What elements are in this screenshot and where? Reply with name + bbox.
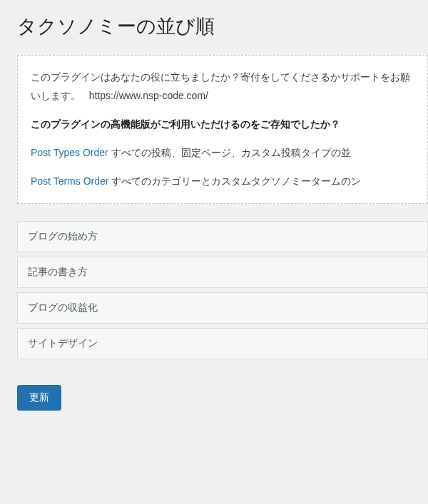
notice-ptermo-line: Post Terms Order すべてのカテゴリーとカスタムタクソノミーターム… [31, 173, 414, 191]
notice-pro-heading: このプラグインの高機能版がご利用いただけるのをご存知でしたか？ [31, 115, 414, 134]
notice-donate-text: このプラグインはあなたの役に立ちましたか？寄付をしてくださるかサポートをお願いし… [31, 68, 414, 106]
list-item[interactable]: サイトデザイン [17, 328, 428, 359]
list-item[interactable]: ブログの始め方 [17, 221, 428, 252]
pto-desc: すべての投稿、固定ページ、カスタム投稿タイプの並 [108, 147, 351, 158]
ptermo-desc: すべてのカテゴリーとカスタムタクソノミータームのン [108, 175, 361, 187]
notice-pto-line: Post Types Order すべての投稿、固定ページ、カスタム投稿タイプの… [31, 144, 414, 163]
notice-line1: このプラグインはあなたの役に立ちましたか？寄付をしてくださるかサポートをお願いし… [31, 71, 410, 101]
plugin-notice-box: このプラグインはあなたの役に立ちましたか？寄付をしてくださるかサポートをお願いし… [17, 55, 428, 204]
post-terms-order-link[interactable]: Post Terms Order [31, 175, 108, 187]
page-title: タクソノミーの並び順 [17, 7, 428, 42]
list-item[interactable]: ブログの収益化 [17, 292, 428, 324]
support-url-text: https://www.nsp-code.com/ [89, 90, 208, 101]
update-button[interactable]: 更新 [17, 385, 61, 411]
list-item[interactable]: 記事の書き方 [17, 257, 428, 288]
post-types-order-link[interactable]: Post Types Order [31, 147, 108, 158]
taxonomy-sortable-list[interactable]: ブログの始め方 記事の書き方 ブログの収益化 サイトデザイン [17, 221, 428, 359]
